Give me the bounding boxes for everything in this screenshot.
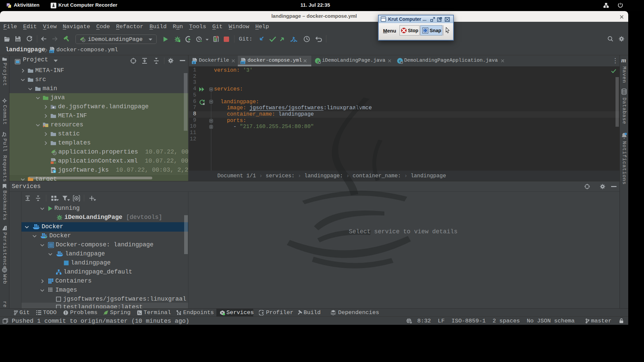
- svg-text:DC: DC: [241, 61, 245, 64]
- svg-text:?: ?: [54, 170, 55, 173]
- svg-text:DC: DC: [50, 50, 54, 53]
- svg-text:D: D: [193, 61, 195, 64]
